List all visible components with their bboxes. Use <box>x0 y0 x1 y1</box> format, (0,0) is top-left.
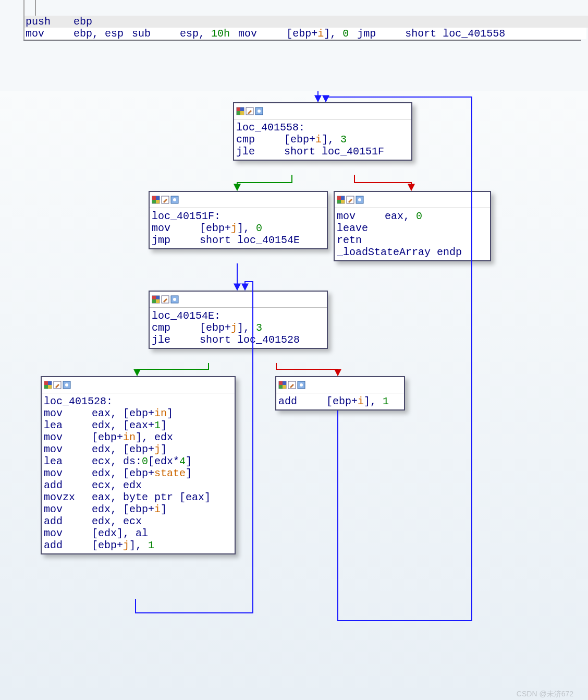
svg-rect-20 <box>341 200 345 203</box>
asm-line: sub esp, 10h <box>131 28 231 40</box>
disasm-top-block: push ebp mov ebp, esp sub esp, 10h mov [… <box>23 16 586 41</box>
svg-rect-34 <box>48 381 52 385</box>
breakpoint-icon <box>255 107 263 115</box>
graph-node-loc_401528[interactable]: loc_401528: mov eax, [ebp+in] lea edx, [… <box>41 376 236 554</box>
edit-icon <box>246 107 254 115</box>
svg-rect-44 <box>283 385 286 389</box>
svg-point-23 <box>358 198 361 201</box>
svg-rect-36 <box>48 385 52 389</box>
graph-node-return[interactable]: mov eax, 0 leave retn _loadStateArray en… <box>334 191 491 261</box>
asm-line: push ebp <box>24 16 588 28</box>
svg-rect-33 <box>44 381 48 385</box>
graph-node-loc_40151F[interactable]: loc_40151F: mov [ebp+j], 0 jmp short loc… <box>149 191 328 249</box>
svg-rect-17 <box>337 196 341 200</box>
svg-rect-41 <box>279 381 283 385</box>
svg-point-47 <box>300 383 303 387</box>
svg-rect-25 <box>152 296 156 299</box>
svg-rect-10 <box>156 196 160 200</box>
node-titlebar <box>234 103 411 119</box>
svg-rect-11 <box>152 200 156 203</box>
node-icon <box>236 107 244 115</box>
svg-rect-18 <box>341 196 345 200</box>
asm-line: jmp short loc_401558 <box>356 28 506 40</box>
svg-rect-26 <box>156 296 160 299</box>
svg-rect-42 <box>283 381 286 385</box>
asm-line: mov [ebp+i], 0 <box>237 28 350 40</box>
svg-rect-28 <box>156 299 160 303</box>
svg-rect-27 <box>152 299 156 303</box>
svg-point-15 <box>173 198 176 201</box>
svg-rect-4 <box>240 111 244 115</box>
graph-node-loc_401558[interactable]: loc_401558: cmp [ebp+i], 3 jle short loc… <box>233 102 412 161</box>
svg-rect-12 <box>156 200 160 203</box>
graph-node-loc_40154E[interactable]: loc_40154E: cmp [ebp+j], 3 jle short loc… <box>149 291 328 349</box>
svg-rect-2 <box>240 107 244 111</box>
svg-point-7 <box>258 110 261 113</box>
watermark: CSDN @未济672 <box>517 690 573 699</box>
svg-rect-43 <box>279 385 283 389</box>
svg-rect-1 <box>237 107 240 111</box>
svg-rect-35 <box>44 385 48 389</box>
svg-rect-3 <box>237 111 240 115</box>
graph-node-increment-i[interactable]: add [ebp+i], 1 <box>275 376 405 411</box>
svg-point-31 <box>173 298 176 301</box>
svg-point-39 <box>65 383 68 387</box>
svg-rect-9 <box>152 196 156 200</box>
svg-rect-19 <box>337 200 341 203</box>
asm-line: mov ebp, esp <box>24 28 125 40</box>
